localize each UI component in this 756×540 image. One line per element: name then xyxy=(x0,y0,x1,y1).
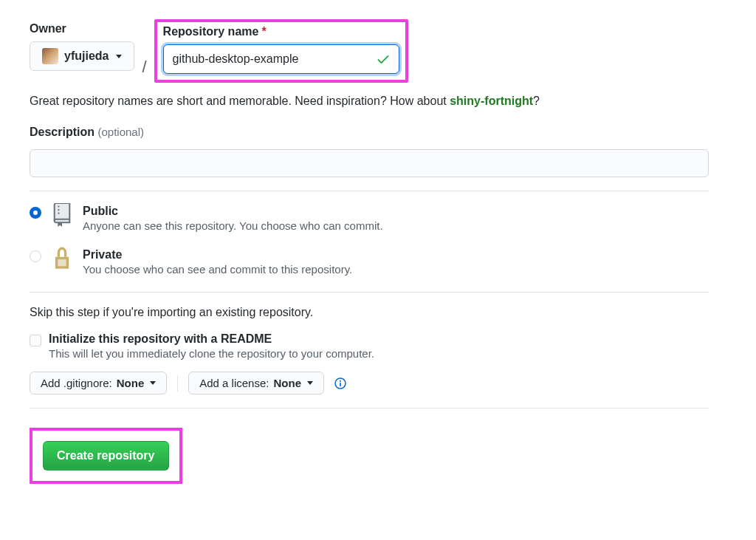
chevron-down-icon xyxy=(307,381,313,385)
create-repository-button[interactable]: Create repository xyxy=(43,441,169,471)
avatar xyxy=(42,48,58,64)
svg-point-5 xyxy=(340,380,341,382)
public-text: Public Anyone can see this repository. Y… xyxy=(83,205,383,232)
lock-icon xyxy=(52,247,72,270)
suggestion-link[interactable]: shiny-fortnight xyxy=(450,95,533,107)
readme-row[interactable]: Initialize this repository with a README… xyxy=(30,332,726,360)
owner-group: Owner yfujieda xyxy=(30,22,134,71)
repo-icon xyxy=(52,203,72,227)
visibility-private-row[interactable]: Private You choose who can see and commi… xyxy=(30,248,726,276)
skip-text: Skip this step if you're importing an ex… xyxy=(30,306,726,319)
optional-text: (optional) xyxy=(97,126,144,138)
divider xyxy=(30,191,709,191)
svg-rect-6 xyxy=(340,383,341,386)
check-icon xyxy=(376,52,391,66)
divider xyxy=(30,292,709,293)
radio-public[interactable] xyxy=(30,207,41,219)
description-label: Description (optional) xyxy=(30,126,726,139)
submit-highlight: Create repository xyxy=(30,428,182,484)
owner-username: yfujieda xyxy=(64,49,109,63)
name-hint: Great repository names are short and mem… xyxy=(30,95,726,108)
chevron-down-icon xyxy=(116,55,122,58)
readme-text: Initialize this repository with a README… xyxy=(49,332,374,360)
owner-label: Owner xyxy=(30,22,134,35)
repo-input-wrap xyxy=(163,44,399,74)
readme-checkbox[interactable] xyxy=(30,335,41,346)
svg-rect-3 xyxy=(58,259,66,266)
svg-point-1 xyxy=(58,209,59,211)
required-asterisk: * xyxy=(261,25,266,38)
license-dropdown[interactable]: Add a license: None xyxy=(188,372,324,394)
radio-private[interactable] xyxy=(30,250,41,262)
gitignore-dropdown[interactable]: Add .gitignore: None xyxy=(30,372,167,394)
visibility-public-row[interactable]: Public Anyone can see this repository. Y… xyxy=(30,205,726,232)
owner-select-button[interactable]: yfujieda xyxy=(30,41,134,71)
svg-point-0 xyxy=(58,205,59,207)
repo-name-input[interactable] xyxy=(163,44,399,74)
chevron-down-icon xyxy=(150,381,156,385)
vertical-separator xyxy=(177,375,178,392)
description-input[interactable] xyxy=(30,149,709,177)
info-icon[interactable] xyxy=(334,377,346,389)
repo-name-group: Repository name* xyxy=(154,19,408,83)
repo-name-label: Repository name* xyxy=(163,25,399,38)
private-text: Private You choose who can see and commi… xyxy=(83,248,352,276)
svg-point-2 xyxy=(58,213,59,214)
slash-separator: / xyxy=(142,58,146,77)
divider xyxy=(30,408,709,409)
